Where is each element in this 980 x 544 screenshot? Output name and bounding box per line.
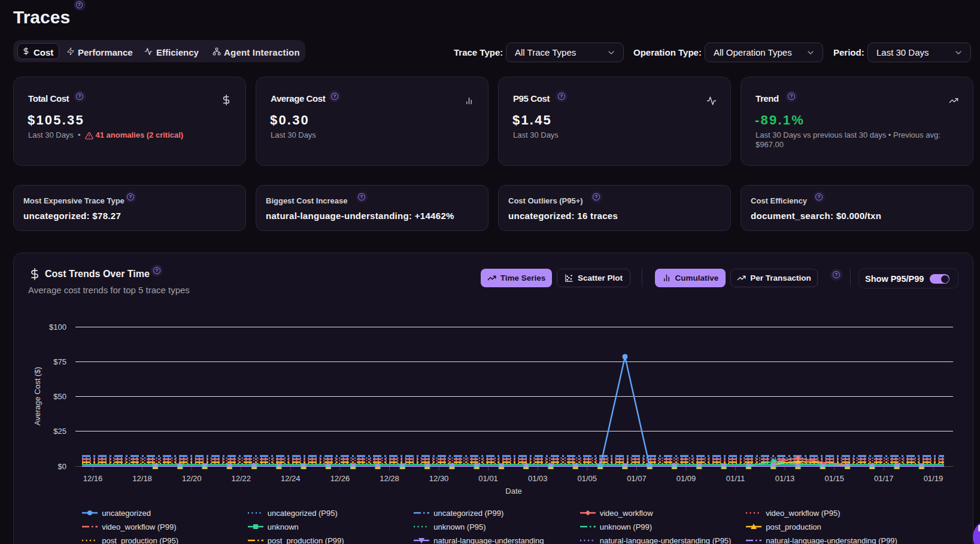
svg-text:01/13: 01/13 xyxy=(775,474,795,483)
svg-text:$25: $25 xyxy=(53,427,66,436)
svg-text:$100: $100 xyxy=(49,323,66,332)
svg-text:01/01: 01/01 xyxy=(478,474,498,483)
svg-text:01/05: 01/05 xyxy=(578,474,597,483)
svg-text:$50: $50 xyxy=(53,392,66,401)
svg-text:01/11: 01/11 xyxy=(726,474,745,483)
svg-text:01/19: 01/19 xyxy=(924,474,943,483)
svg-text:Date: Date xyxy=(505,487,521,496)
svg-text:Average Cost ($): Average Cost ($) xyxy=(33,367,42,426)
svg-text:12/18: 12/18 xyxy=(132,474,152,483)
svg-text:01/15: 01/15 xyxy=(824,474,844,483)
svg-text:12/22: 12/22 xyxy=(231,474,251,483)
svg-text:12/30: 12/30 xyxy=(429,474,449,483)
svg-text:$75: $75 xyxy=(53,357,66,366)
svg-text:01/17: 01/17 xyxy=(874,474,894,483)
svg-text:$0: $0 xyxy=(58,462,66,471)
svg-text:12/20: 12/20 xyxy=(182,474,202,483)
svg-text:01/09: 01/09 xyxy=(676,474,696,483)
svg-text:12/24: 12/24 xyxy=(281,474,301,483)
svg-text:12/16: 12/16 xyxy=(83,474,103,483)
svg-text:01/07: 01/07 xyxy=(627,474,647,483)
svg-text:12/28: 12/28 xyxy=(380,474,399,483)
svg-text:01/03: 01/03 xyxy=(528,474,548,483)
svg-text:12/26: 12/26 xyxy=(330,474,350,483)
